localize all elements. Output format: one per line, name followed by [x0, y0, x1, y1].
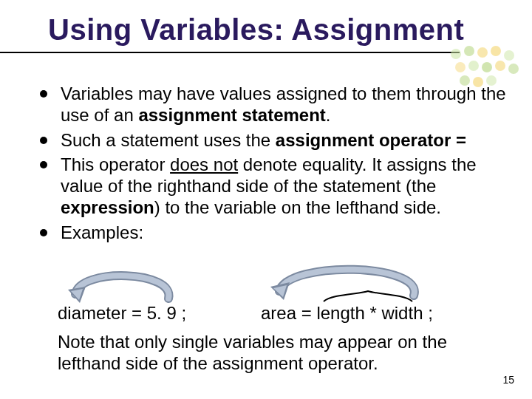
bullet-item: This operator does not denote equality. …	[35, 154, 510, 219]
curved-arrow-icon	[65, 265, 191, 305]
bullet-item: Examples:	[35, 222, 510, 243]
svg-marker-0	[68, 287, 86, 303]
body-content: Variables may have values assigned to th…	[35, 83, 510, 246]
svg-marker-1	[71, 289, 83, 300]
bullet-underline: does not	[170, 154, 238, 174]
slide-title: Using Variables: Assignment	[48, 13, 502, 47]
bullet-text: ) to the variable on the lefthand side.	[154, 197, 441, 217]
bullet-bold: expression	[61, 197, 154, 217]
bullet-text: This operator	[61, 154, 170, 174]
svg-marker-3	[273, 285, 287, 297]
example-code-2: area = length * width ;	[261, 303, 433, 324]
note-text: Note that only single variables may appe…	[58, 331, 502, 375]
svg-marker-2	[270, 282, 290, 300]
curved-arrow-icon	[266, 259, 436, 307]
bullet-bold: assignment operator =	[276, 130, 466, 150]
slide: Using Variables: Assignment Variables ma…	[0, 0, 532, 399]
title-underline	[0, 52, 460, 53]
bullet-text: Examples:	[61, 222, 143, 242]
bullet-bold: assignment statement	[138, 105, 325, 125]
bullet-list: Variables may have values assigned to th…	[35, 83, 510, 243]
bullet-item: Variables may have values assigned to th…	[35, 83, 510, 126]
bullet-item: Such a statement uses the assignment ope…	[35, 129, 510, 151]
bullet-text: Such a statement uses the	[61, 130, 276, 150]
example-code-1: diameter = 5. 9 ;	[58, 303, 186, 324]
bullet-text: .	[326, 105, 331, 125]
page-number: 15	[502, 374, 514, 386]
